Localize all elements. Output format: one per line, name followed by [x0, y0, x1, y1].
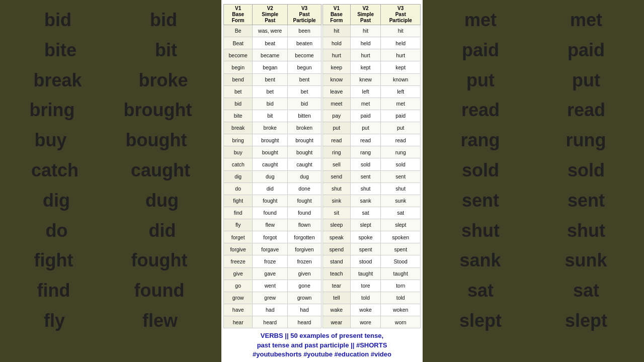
table-row: bidbidbid [224, 98, 321, 110]
right-side-row: putput [423, 65, 644, 96]
table-cell: known [381, 73, 421, 85]
table-cell: left [381, 85, 421, 98]
table-cell: know [323, 73, 351, 85]
table-cell: held [381, 37, 421, 49]
table-cell: hear [224, 316, 253, 328]
table-cell: forgive [224, 243, 253, 255]
table-cell: brought [253, 134, 288, 146]
table-cell: gone [288, 280, 321, 292]
right-word-v2: put [572, 66, 600, 95]
right-word-v1: rang [461, 126, 500, 154]
table-cell: spoke [350, 231, 381, 243]
right-word-v1: sent [462, 187, 499, 215]
left-word-v1: fly [44, 307, 65, 335]
left-word-v1: bite [44, 36, 76, 64]
table-row: knowknewknown [323, 73, 421, 85]
table-cell: woken [381, 304, 421, 316]
table-cell: bid [253, 98, 288, 110]
table-header: V1BaseForm [224, 5, 253, 25]
table-cell: pay [323, 110, 351, 122]
table-cell: did [253, 183, 288, 195]
table-cell: bought [288, 146, 321, 158]
table-cell: stand [323, 255, 351, 267]
table-row: forgiveforgaveforgiven [224, 243, 321, 255]
right-side-row: metmet [423, 5, 644, 35]
table-cell: give [224, 267, 253, 280]
table-cell: tell [323, 292, 351, 304]
table-row: sinksanksunk [323, 195, 421, 207]
table-cell: read [350, 134, 381, 146]
table-cell: sent [350, 170, 381, 183]
right-word-v2: met [570, 6, 602, 34]
table-cell: shut [381, 183, 421, 195]
table-cell: fly [224, 219, 253, 231]
table-cell: grow [224, 292, 253, 304]
table-cell: forgot [253, 231, 288, 243]
table-cell: spend [323, 243, 351, 255]
table-cell: became [253, 49, 288, 61]
left-word-v2: fought [131, 246, 188, 275]
table-cell: forgotten [288, 231, 321, 243]
table-cell: heard [288, 316, 321, 328]
table-cell: worn [381, 316, 421, 328]
table-cell: taught [350, 267, 381, 280]
right-side-row: sanksunk [423, 245, 644, 276]
table-cell: Beat [224, 37, 253, 49]
table-cell: grew [253, 292, 288, 304]
table-cell: sleep [323, 219, 351, 231]
table-row: standstoodStood [323, 255, 421, 267]
table-cell: fight [224, 195, 253, 207]
table-cell: sunk [381, 195, 421, 207]
right-word-v2: read [567, 96, 605, 124]
right-word-v1: sat [467, 277, 494, 305]
table-cell: put [381, 122, 421, 134]
table-cell: woke [350, 304, 381, 316]
table-row: wearworeworn [323, 316, 421, 328]
table-cell: forgave [253, 243, 288, 255]
table-cell: dug [253, 170, 288, 183]
table-row: telltoldtold [323, 292, 421, 304]
table-cell: gave [253, 267, 288, 280]
table-cell: beat [253, 37, 288, 49]
table-cell: sent [381, 170, 421, 183]
table-cell: kept [350, 61, 381, 73]
table-row: flyflewflown [224, 219, 321, 231]
table-cell: put [323, 122, 351, 134]
table-cell: become [224, 49, 253, 61]
table-cell: bet [253, 85, 288, 98]
table-cell: spent [381, 243, 421, 255]
table-cell: spoken [381, 231, 421, 243]
table-row: becomebecamebecome [224, 49, 321, 61]
table-header: V3PastParticiple [381, 5, 421, 25]
table-cell: froze [253, 255, 288, 267]
left-word-v2: found [134, 277, 185, 305]
table-cell: Stood [381, 255, 421, 267]
table-cell: stood [350, 255, 381, 267]
right-word-v1: paid [462, 36, 499, 64]
table-cell: hurt [350, 49, 381, 61]
table-row: sleepsleptslept [323, 219, 421, 231]
table-cell: torn [381, 280, 421, 292]
right-side-row: sleptslept [423, 306, 644, 336]
left-side-row: dodid [0, 216, 221, 246]
table-cell: teach [323, 267, 351, 280]
table-cell: leave [323, 85, 351, 98]
right-word-v2: rung [566, 126, 606, 154]
table-cell: shut [350, 183, 381, 195]
table-cell: send [323, 170, 351, 183]
table-cell: begin [224, 61, 253, 73]
table-cell: been [288, 25, 321, 37]
table-row: fightfoughtfought [224, 195, 321, 207]
right-side-row: rangrung [423, 125, 644, 155]
left-side-row: bitebit [0, 35, 221, 65]
table-row: gowentgone [224, 280, 321, 292]
table-row: ringrangrung [323, 146, 421, 158]
right-word-v2: sent [568, 187, 605, 215]
table-row: meetmetmet [323, 98, 421, 110]
table-cell: freeze [224, 255, 253, 267]
table-cell: shut [323, 183, 351, 195]
right-word-v2: sat [573, 277, 599, 305]
table-cell: put [350, 122, 381, 134]
table-cell: catch [224, 158, 253, 170]
left-side-row: findfound [0, 276, 221, 306]
